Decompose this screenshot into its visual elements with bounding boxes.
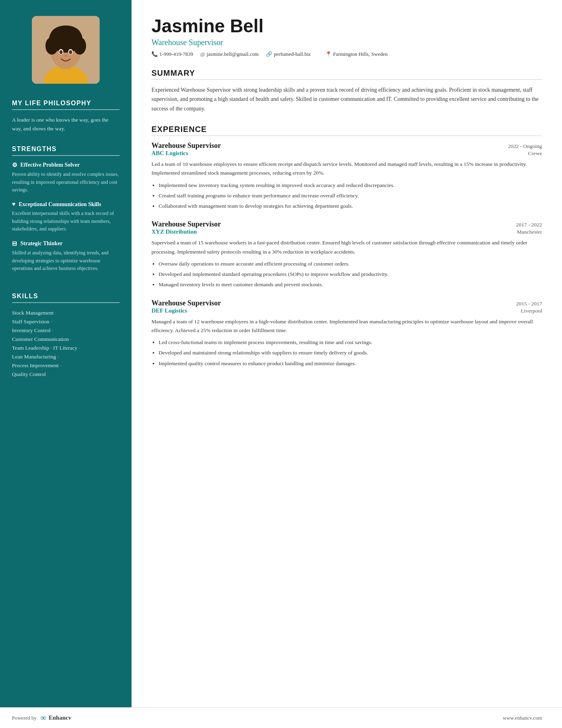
exp-company: ABC Logistics bbox=[151, 150, 188, 157]
phone-item: 📞 1-999-419-7839 bbox=[151, 51, 193, 57]
skill-item: Staff Supervision bbox=[12, 317, 120, 326]
experience-list: Warehouse Supervisor 2022 - Ongoing ABC … bbox=[151, 142, 542, 368]
footer-website: www.enhancv.com bbox=[503, 715, 542, 721]
main-content: Jasmine Bell Warehouse Supervisor 📞 1-99… bbox=[132, 0, 562, 707]
exp-header: Warehouse Supervisor 2022 - Ongoing bbox=[151, 142, 542, 150]
strength-icon: ⊟ bbox=[12, 240, 17, 247]
job-title: Warehouse Supervisor bbox=[151, 38, 542, 47]
svg-point-11 bbox=[69, 50, 72, 54]
website-icon: 🔗 bbox=[266, 51, 272, 57]
exp-desc: Managed a team of 12 warehouse employees… bbox=[151, 317, 542, 335]
exp-dates: 2022 - Ongoing bbox=[508, 143, 542, 150]
exp-role: Warehouse Supervisor bbox=[151, 299, 221, 307]
bullet-item: Created staff training programs to enhan… bbox=[159, 191, 542, 200]
svg-point-10 bbox=[59, 50, 63, 54]
bullet-item: Implemented quality control measures to … bbox=[159, 359, 542, 368]
strength-desc: Excellent interpersonal skills with a tr… bbox=[12, 210, 120, 233]
experience-block: Warehouse Supervisor 2017 - 2022 XYZ Dis… bbox=[151, 220, 542, 289]
email-icon: @ bbox=[200, 51, 205, 57]
strengths-section: STRENGTHS ⚙ Effective Problem Solver Pro… bbox=[12, 146, 120, 279]
strength-title: ⚙ Effective Problem Solver bbox=[12, 161, 120, 169]
exp-dates: 2017 - 2022 bbox=[516, 222, 542, 228]
exp-role: Warehouse Supervisor bbox=[151, 220, 221, 228]
brand-name: Enhancv bbox=[49, 714, 71, 721]
website-url: perfumed-hall.biz bbox=[274, 51, 311, 57]
strength-name: Strategic Thinker bbox=[20, 240, 63, 247]
skill-item: Inventory Control bbox=[12, 326, 120, 335]
bullet-item: Collaborated with management team to dev… bbox=[159, 202, 542, 211]
skill-item: Process Improvement bbox=[12, 361, 120, 370]
skill-item: Stock Management bbox=[12, 309, 120, 317]
exp-desc: Supervised a team of 15 warehouse worker… bbox=[151, 238, 542, 256]
website-item: 🔗 perfumed-hall.biz bbox=[266, 51, 311, 57]
name-title-section: Jasmine Bell Warehouse Supervisor bbox=[151, 16, 542, 47]
phone-icon: 📞 bbox=[151, 51, 158, 57]
strength-name: Effective Problem Solver bbox=[20, 162, 80, 168]
exp-bullets: Implemented new inventory tracking syste… bbox=[151, 181, 542, 211]
email-item: @ jasmine.bell@gmail.com bbox=[200, 51, 259, 57]
summary-text: Experienced Warehouse Supervisor with st… bbox=[151, 85, 542, 114]
summary-header: SUMMARY bbox=[151, 69, 542, 80]
experience-block: Warehouse Supervisor 2022 - Ongoing ABC … bbox=[151, 142, 542, 211]
exp-header: Warehouse Supervisor 2015 - 2017 bbox=[151, 299, 542, 307]
bullet-item: Developed and implemented standard opera… bbox=[159, 270, 542, 279]
skill-item: Lean Manufacturing bbox=[12, 352, 120, 361]
experience-header: EXPERIENCE bbox=[151, 125, 542, 136]
skill-item: Team Leadership · IT Literacy bbox=[12, 344, 120, 352]
logo-icon: ∞ bbox=[41, 713, 46, 722]
philosophy-title: MY LIFE PHILOSOPHY bbox=[12, 100, 120, 110]
location-item: 📍 Farmington Hills, Sweden bbox=[325, 51, 388, 57]
exp-company-row: DEF Logistics Liverpool bbox=[151, 307, 542, 314]
bullet-item: Implemented new inventory tracking syste… bbox=[159, 181, 542, 190]
exp-company-row: ABC Logistics Crewe bbox=[151, 150, 542, 157]
strengths-title: STRENGTHS bbox=[12, 146, 120, 156]
location-text: Farmington Hills, Sweden bbox=[333, 51, 388, 57]
strength-title: ♥ Exceptional Communication Skills bbox=[12, 201, 120, 208]
exp-bullets: Led cross-functional teams to implement … bbox=[151, 338, 542, 368]
exp-company: DEF Logistics bbox=[151, 307, 187, 314]
exp-desc: Led a team of 10 warehouse employees to … bbox=[151, 160, 542, 178]
skill-item: Customer Communication bbox=[12, 335, 120, 344]
exp-dates: 2015 - 2017 bbox=[516, 301, 542, 307]
experience-block: Warehouse Supervisor 2015 - 2017 DEF Log… bbox=[151, 299, 542, 368]
avatar bbox=[32, 16, 100, 84]
strength-desc: Proven ability to identify and resolve c… bbox=[12, 171, 120, 194]
svg-point-7 bbox=[51, 26, 81, 45]
philosophy-section: MY LIFE PHILOSOPHY A leader is one who k… bbox=[12, 100, 120, 133]
skill-item: Quality Control bbox=[12, 370, 120, 379]
strength-title: ⊟ Strategic Thinker bbox=[12, 240, 120, 247]
bullet-item: Oversaw daily operations to ensure accur… bbox=[159, 260, 542, 268]
contact-info: 📞 1-999-419-7839 @ jasmine.bell@gmail.co… bbox=[151, 51, 542, 57]
location-icon: 📍 bbox=[325, 51, 332, 57]
full-name: Jasmine Bell bbox=[151, 16, 542, 36]
svg-point-12 bbox=[64, 55, 67, 57]
strength-icon: ♥ bbox=[12, 201, 16, 208]
strength-item: ⚙ Effective Problem Solver Proven abilit… bbox=[12, 161, 120, 194]
philosophy-text: A leader is one who knows the way, goes … bbox=[12, 116, 120, 133]
strength-desc: Skilled at analyzing data, identifying t… bbox=[12, 249, 120, 272]
footer-left: Powered by ∞ Enhancv bbox=[12, 713, 71, 722]
brand-logo: ∞ Enhancv bbox=[41, 713, 71, 722]
sidebar: MY LIFE PHILOSOPHY A leader is one who k… bbox=[0, 0, 132, 707]
exp-company: XYZ Distribution bbox=[151, 228, 197, 235]
exp-location: Manchester bbox=[517, 229, 542, 235]
powered-by-text: Powered by bbox=[12, 715, 37, 721]
bullet-item: Developed and maintained strong relation… bbox=[159, 348, 542, 357]
exp-header: Warehouse Supervisor 2017 - 2022 bbox=[151, 220, 542, 228]
strength-item: ⊟ Strategic Thinker Skilled at analyzing… bbox=[12, 240, 120, 272]
strength-name: Exceptional Communication Skills bbox=[19, 201, 101, 208]
strength-icon: ⚙ bbox=[12, 161, 17, 169]
footer: Powered by ∞ Enhancv www.enhancv.com bbox=[0, 707, 562, 728]
exp-location: Liverpool bbox=[521, 308, 542, 314]
exp-bullets: Oversaw daily operations to ensure accur… bbox=[151, 260, 542, 289]
bullet-item: Managed inventory levels to meet custome… bbox=[159, 280, 542, 289]
skills-section: SKILLS Stock ManagementStaff Supervision… bbox=[12, 293, 120, 379]
strength-item: ♥ Exceptional Communication Skills Excel… bbox=[12, 201, 120, 233]
email-address: jasmine.bell@gmail.com bbox=[206, 51, 258, 57]
strengths-list: ⚙ Effective Problem Solver Proven abilit… bbox=[12, 161, 120, 272]
exp-role: Warehouse Supervisor bbox=[151, 142, 221, 150]
skills-list: Stock ManagementStaff SupervisionInvento… bbox=[12, 309, 120, 379]
bullet-item: Led cross-functional teams to implement … bbox=[159, 338, 542, 347]
exp-location: Crewe bbox=[528, 150, 542, 157]
exp-company-row: XYZ Distribution Manchester bbox=[151, 228, 542, 235]
